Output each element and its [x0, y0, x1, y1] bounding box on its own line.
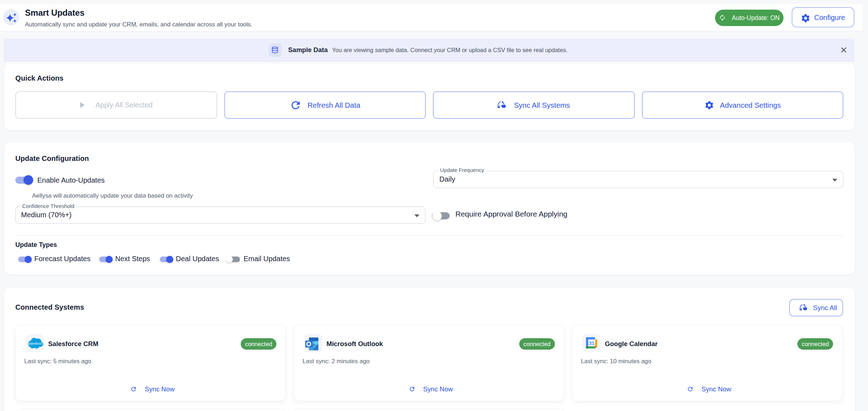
svg-text:31: 31	[589, 340, 594, 346]
svg-text:salesforce: salesforce	[28, 342, 42, 345]
